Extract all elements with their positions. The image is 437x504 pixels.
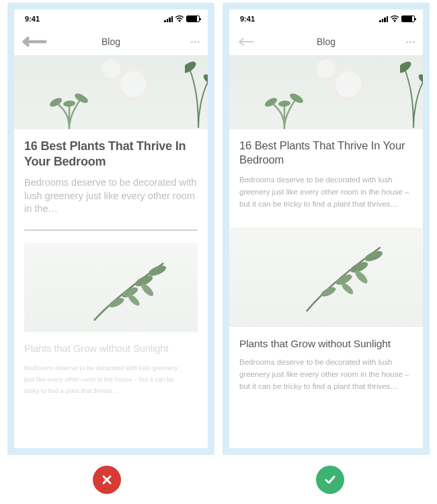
nav-bar: Blog: [14, 28, 208, 55]
article-excerpt: Bedrooms deserve to be decorated with lu…: [24, 362, 179, 396]
svg-point-22: [340, 281, 355, 296]
article-card-1[interactable]: 16 Best Plants That Thrive In Your Bedro…: [229, 129, 423, 218]
phone-screen-good: 9:41 Blog 16 Best: [229, 9, 423, 448]
article-title: 16 Best Plants That Thrive In Your Bedro…: [239, 139, 413, 168]
article-hero-image[interactable]: [14, 55, 208, 129]
signal-icon: [164, 16, 173, 22]
status-time: 9:41: [240, 15, 255, 23]
good-example-frame: 9:41 Blog 16 Best: [223, 3, 430, 455]
status-bar: 9:41: [229, 9, 423, 26]
battery-icon: [401, 15, 415, 22]
svg-point-12: [394, 21, 395, 22]
article-card-2[interactable]: Plants that Grow without Sunlight Bedroo…: [229, 327, 423, 400]
back-button[interactable]: [22, 36, 48, 47]
divider: [24, 229, 198, 231]
article-card-1[interactable]: 16 Best Plants That Thrive In Your Bedro…: [14, 129, 208, 224]
correct-badge: [316, 466, 344, 494]
svg-point-15: [278, 100, 290, 108]
nav-bar: Blog: [229, 28, 423, 55]
status-bar: 9:41: [14, 9, 208, 26]
bad-example-frame: 9:41 Blog 16 Best: [7, 3, 214, 455]
verdict-badges: [0, 466, 437, 494]
signal-icon: [379, 16, 388, 22]
svg-point-2: [73, 92, 89, 105]
svg-point-10: [126, 293, 141, 308]
status-time: 9:41: [25, 15, 40, 23]
article-card-2[interactable]: Plants that Grow without Sunlight Bedroo…: [14, 332, 208, 404]
article-title: 16 Best Plants That Thrive In Your Bedro…: [24, 139, 198, 170]
page-title: Blog: [263, 36, 389, 47]
status-indicators: [379, 15, 415, 22]
article-title: Plants that Grow without Sunlight: [24, 343, 198, 354]
page-title: Blog: [48, 36, 174, 47]
article-image-2[interactable]: [24, 243, 198, 332]
back-button[interactable]: [237, 37, 263, 46]
svg-point-0: [179, 21, 180, 22]
wifi-icon: [390, 15, 399, 22]
more-button[interactable]: [174, 41, 200, 43]
article-excerpt: Bedrooms deserve to be decorated with lu…: [239, 357, 413, 392]
svg-point-3: [63, 100, 75, 108]
article-excerpt: Bedrooms deserve to be decorated with lu…: [24, 176, 198, 216]
article-hero-image[interactable]: [229, 55, 423, 129]
more-button[interactable]: [389, 41, 415, 43]
battery-icon: [186, 15, 200, 22]
wifi-icon: [175, 15, 184, 22]
article-excerpt: Bedrooms deserve to be decorated with lu…: [239, 174, 413, 210]
svg-point-23: [354, 269, 370, 285]
svg-point-14: [288, 92, 305, 105]
article-title: Plants that Grow without Sunlight: [239, 338, 413, 350]
article-image-2[interactable]: [229, 227, 423, 327]
incorrect-badge: [93, 466, 121, 494]
phone-screen-bad: 9:41 Blog 16 Best: [14, 9, 208, 448]
status-indicators: [164, 15, 200, 22]
